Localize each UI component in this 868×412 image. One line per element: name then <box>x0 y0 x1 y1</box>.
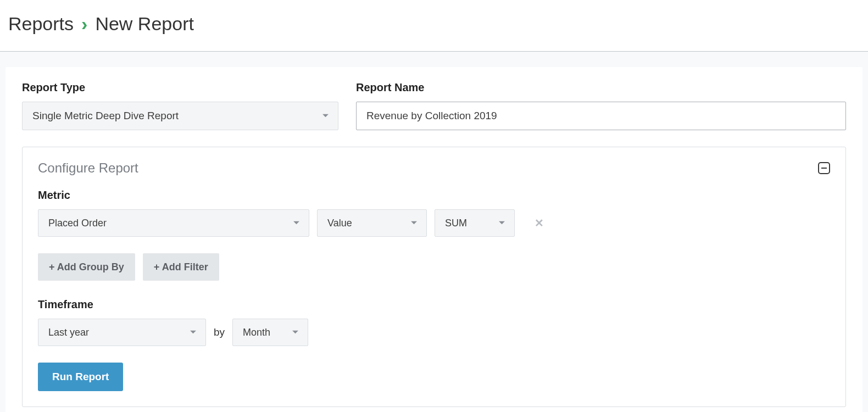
timeframe-by-label: by <box>214 326 225 338</box>
report-name-input[interactable] <box>356 102 846 130</box>
configure-report-panel: Configure Report Metric Placed Order Val… <box>22 147 846 407</box>
report-name-field: Report Name <box>356 81 846 130</box>
configure-title: Configure Report <box>38 160 138 176</box>
page-body: Report Type Single Metric Deep Dive Repo… <box>0 52 868 412</box>
metric-property-value: Value <box>327 218 352 229</box>
caret-down-icon <box>190 330 197 335</box>
caret-down-icon <box>322 114 329 119</box>
timeframe-range-select[interactable]: Last year <box>38 319 206 346</box>
remove-metric-button[interactable]: ✕ <box>530 216 548 230</box>
metric-aggregate-value: SUM <box>445 218 467 229</box>
run-report-button[interactable]: Run Report <box>38 363 123 391</box>
caret-down-icon <box>293 221 300 226</box>
close-icon: ✕ <box>535 217 544 229</box>
timeframe-label: Timeframe <box>38 298 830 311</box>
caret-down-icon <box>292 330 299 335</box>
report-type-value: Single Metric Deep Dive Report <box>32 110 179 122</box>
metric-property-select[interactable]: Value <box>317 209 427 237</box>
metric-label: Metric <box>38 189 830 202</box>
report-form-card: Report Type Single Metric Deep Dive Repo… <box>5 67 863 412</box>
metric-actions-row: + Add Group By + Add Filter <box>38 253 830 281</box>
timeframe-row: Last year by Month <box>38 319 830 346</box>
timeframe-interval-select[interactable]: Month <box>232 319 308 346</box>
add-filter-button[interactable]: + Add Filter <box>143 253 219 281</box>
caret-down-icon <box>498 221 505 226</box>
breadcrumb: Reports › New Report <box>8 13 860 35</box>
minus-icon <box>821 168 827 169</box>
configure-header: Configure Report <box>38 160 830 176</box>
report-type-select[interactable]: Single Metric Deep Dive Report <box>22 102 338 130</box>
page-header: Reports › New Report <box>0 0 868 52</box>
breadcrumb-current: New Report <box>95 13 194 35</box>
metric-row: Placed Order Value SUM <box>38 209 830 237</box>
add-group-by-button[interactable]: + Add Group By <box>38 253 135 281</box>
top-fields-row: Report Type Single Metric Deep Dive Repo… <box>22 81 846 130</box>
metric-event-value: Placed Order <box>48 218 107 229</box>
metric-aggregate-select[interactable]: SUM <box>435 209 515 237</box>
timeframe-range-value: Last year <box>48 327 89 338</box>
report-type-field: Report Type Single Metric Deep Dive Repo… <box>22 81 338 130</box>
caret-down-icon <box>410 221 418 226</box>
timeframe-interval-value: Month <box>243 327 270 338</box>
metric-event-select[interactable]: Placed Order <box>38 209 309 237</box>
report-name-label: Report Name <box>356 81 846 94</box>
chevron-right-icon: › <box>81 13 87 35</box>
collapse-button[interactable] <box>818 162 830 174</box>
report-type-label: Report Type <box>22 81 338 94</box>
breadcrumb-root-link[interactable]: Reports <box>8 13 74 35</box>
